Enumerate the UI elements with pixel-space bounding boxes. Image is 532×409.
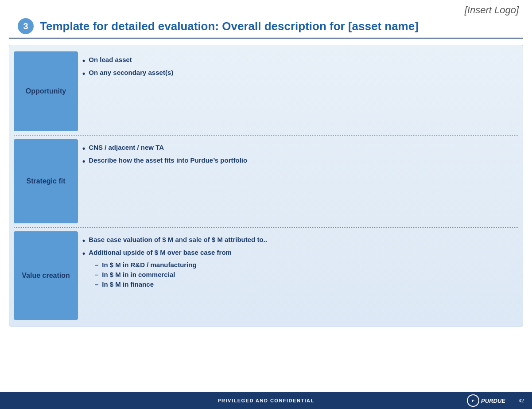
bullet-dot-icon: • <box>82 157 85 167</box>
page-footer: PRIVILEGED AND CONFIDENTIAL P PURDUE 42 <box>0 392 532 409</box>
dash-icon: – <box>95 271 98 278</box>
purdue-logo-initial: P <box>472 399 474 403</box>
value-bullet-2-text: Additional upside of $ M over base case … <box>89 249 232 256</box>
opportunity-label: Opportunity <box>26 87 66 96</box>
strategic-fit-label: Strategic fit <box>26 177 65 186</box>
opportunity-bullet-1: • On lead asset <box>82 56 514 66</box>
value-sub-bullet-3-text: In $ M in finance <box>102 280 154 288</box>
strategic-bullet-1-text: CNS / adjacent / new TA <box>89 144 164 151</box>
opportunity-bullet-2: • On any secondary asset(s) <box>82 69 514 79</box>
bullet-dot-icon: • <box>82 56 85 66</box>
value-creation-label-cell: Value creation <box>14 231 78 320</box>
title-section: 3 Template for detailed evaluation: Over… <box>9 18 523 39</box>
logo-placeholder: [Insert Logo] <box>465 4 519 16</box>
opportunity-bullet-1-text: On lead asset <box>89 56 132 63</box>
opportunity-label-cell: Opportunity <box>14 51 78 131</box>
value-creation-content: • Base case valuation of $ M and sale of… <box>82 231 518 320</box>
bullet-dot-icon: • <box>82 144 85 154</box>
divider-1 <box>14 135 518 136</box>
purdue-logo-text: PURDUE <box>481 397 505 404</box>
main-content: Opportunity • On lead asset • On any sec… <box>9 45 523 327</box>
footer-confidential-text: PRIVILEGED AND CONFIDENTIAL <box>0 398 532 403</box>
value-bullet-1: • Base case valuation of $ M and sale of… <box>82 236 514 246</box>
strategic-fit-section: Strategic fit • CNS / adjacent / new TA … <box>14 139 518 223</box>
step-badge: 3 <box>18 18 34 34</box>
bullet-dot-icon: • <box>82 249 85 259</box>
opportunity-content: • On lead asset • On any secondary asset… <box>82 51 518 131</box>
page-number: 42 <box>519 398 524 403</box>
dash-icon: – <box>95 280 98 288</box>
strategic-bullet-2-text: Describe how the asset fits into Purdue’… <box>89 156 247 164</box>
strategic-bullet-2: • Describe how the asset fits into Purdu… <box>82 156 514 167</box>
dash-icon: – <box>95 261 98 269</box>
footer-logo: P PURDUE <box>467 394 505 407</box>
bullet-dot-icon: • <box>82 236 85 246</box>
purdue-logo-circle: P <box>467 394 479 407</box>
value-sub-bullet-2: – In $ M in in commercial <box>82 271 514 278</box>
strategic-fit-label-cell: Strategic fit <box>14 139 78 223</box>
value-creation-label: Value creation <box>22 271 70 280</box>
value-bullet-2: • Additional upside of $ M over base cas… <box>82 249 514 259</box>
opportunity-section: Opportunity • On lead asset • On any sec… <box>14 51 518 131</box>
strategic-bullet-1: • CNS / adjacent / new TA <box>82 144 514 154</box>
strategic-fit-content: • CNS / adjacent / new TA • Describe how… <box>82 139 518 223</box>
divider-2 <box>14 227 518 228</box>
value-sub-bullet-3: – In $ M in finance <box>82 280 514 288</box>
value-sub-bullet-1-text: In $ M in R&D / manufacturing <box>102 261 196 269</box>
page-title: Template for detailed evaluation: Overal… <box>40 19 419 33</box>
opportunity-bullet-2-text: On any secondary asset(s) <box>89 69 173 76</box>
value-sub-bullet-2-text: In $ M in in commercial <box>102 271 175 278</box>
page-header: [Insert Logo] <box>0 0 532 18</box>
value-creation-section: Value creation • Base case valuation of … <box>14 231 518 320</box>
value-sub-bullet-1: – In $ M in R&D / manufacturing <box>82 261 514 269</box>
bullet-dot-icon: • <box>82 69 85 79</box>
value-bullet-1-text: Base case valuation of $ M and sale of $… <box>89 236 267 243</box>
